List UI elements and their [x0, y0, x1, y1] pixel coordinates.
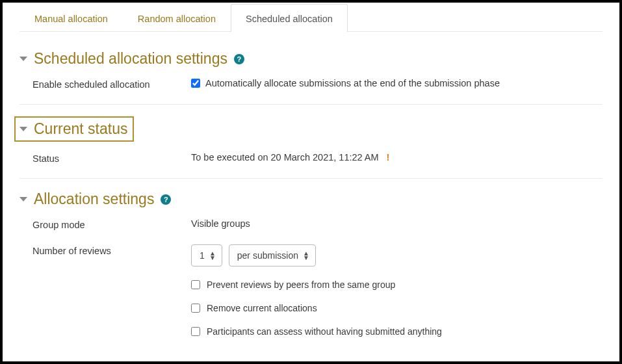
status-value: To be executed on 20 March 2021, 11:22 A…: [191, 152, 379, 162]
prevent-peers-label: Prevent reviews by peers from the same g…: [207, 280, 395, 290]
status-label: Status: [19, 152, 191, 164]
participants-assess-label: Participants can assess without having s…: [207, 326, 442, 337]
section-scheduled-title: Scheduled allocation settings: [34, 50, 227, 68]
row-remove-allocations: Remove current allocations: [191, 303, 603, 313]
section-scheduled-header[interactable]: Scheduled allocation settings ?: [19, 50, 603, 68]
num-reviews-label: Number of reviews: [19, 244, 191, 256]
section-current-status: Current status Status To be executed on …: [19, 116, 603, 164]
section-allocation-settings: Allocation settings ? Group mode Visible…: [19, 190, 603, 337]
remove-allocations-label: Remove current allocations: [207, 303, 317, 313]
row-participants-assess: Participants can assess without having s…: [191, 326, 603, 337]
section-scheduled-settings: Scheduled allocation settings ? Enable s…: [19, 50, 603, 90]
section-current-status-title: Current status: [34, 120, 127, 138]
allocation-tabs: Manual allocation Random allocation Sche…: [19, 4, 603, 32]
chevron-updown-icon: ▲▼: [303, 251, 309, 260]
help-icon[interactable]: ?: [234, 54, 244, 64]
row-group-mode: Group mode Visible groups: [19, 218, 603, 230]
row-number-of-reviews: Number of reviews 1 ▲▼ per submission ▲▼: [19, 244, 603, 266]
group-mode-value: Visible groups: [191, 218, 250, 229]
num-reviews-select[interactable]: 1 ▲▼: [191, 244, 222, 266]
prevent-peers-checkbox[interactable]: [191, 280, 200, 289]
num-reviews-per-value: per submission: [237, 250, 298, 261]
collapse-toggle-icon: [19, 197, 27, 202]
group-mode-label: Group mode: [19, 218, 191, 230]
separator: [19, 104, 603, 105]
section-allocation-header[interactable]: Allocation settings ?: [19, 190, 603, 208]
enable-scheduled-desc: Automatically allocate submissions at th…: [205, 78, 500, 88]
remove-allocations-checkbox[interactable]: [191, 304, 200, 313]
current-status-highlight: Current status: [14, 116, 134, 142]
section-allocation-title: Allocation settings: [34, 190, 154, 208]
row-prevent-peers: Prevent reviews by peers from the same g…: [191, 280, 603, 290]
warning-icon: !: [387, 152, 390, 162]
row-status: Status To be executed on 20 March 2021, …: [19, 152, 603, 164]
participants-assess-checkbox[interactable]: [191, 327, 200, 336]
enable-scheduled-label: Enable scheduled allocation: [19, 78, 191, 90]
tab-random-allocation[interactable]: Random allocation: [123, 4, 231, 32]
tab-scheduled-allocation[interactable]: Scheduled allocation: [231, 4, 348, 32]
help-icon[interactable]: ?: [161, 194, 171, 205]
num-reviews-value: 1: [200, 250, 205, 261]
num-reviews-per-select[interactable]: per submission ▲▼: [229, 244, 316, 266]
row-enable-scheduled: Enable scheduled allocation Automaticall…: [19, 78, 603, 90]
chevron-updown-icon: ▲▼: [209, 251, 216, 260]
collapse-toggle-icon[interactable]: [19, 127, 27, 131]
enable-scheduled-checkbox[interactable]: [191, 79, 200, 88]
tab-manual-allocation[interactable]: Manual allocation: [19, 4, 123, 32]
app-frame: Manual allocation Random allocation Sche…: [0, 0, 622, 364]
separator: [19, 178, 603, 179]
collapse-toggle-icon: [19, 57, 27, 61]
